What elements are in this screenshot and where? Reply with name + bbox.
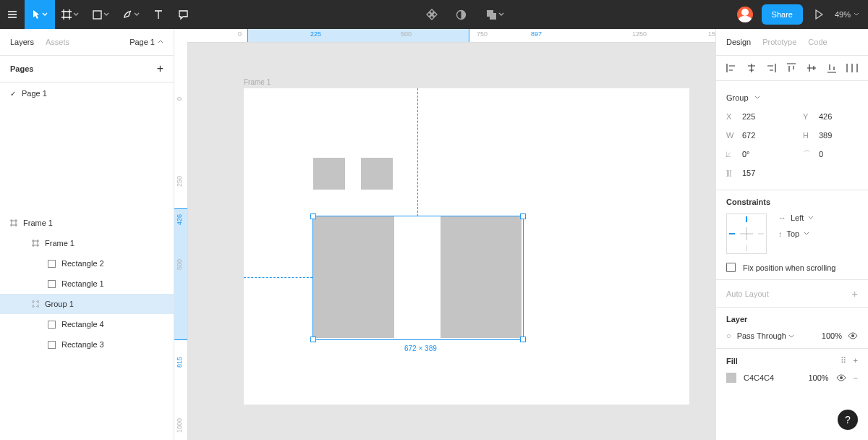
- ruler-tick: 815: [176, 357, 183, 368]
- add-fill-button[interactable]: +: [854, 356, 858, 365]
- rotation-input[interactable]: [741, 149, 784, 159]
- tab-assets[interactable]: Assets: [46, 38, 69, 46]
- x-input[interactable]: [741, 111, 784, 122]
- canvas-rectangle[interactable]: [313, 158, 345, 190]
- checkbox-icon: [726, 263, 736, 272]
- blend-mode-dropdown[interactable]: Pass Through: [737, 331, 794, 340]
- w-input[interactable]: [741, 130, 784, 140]
- tab-design[interactable]: Design: [726, 38, 751, 46]
- fill-style-icon[interactable]: ⠿: [841, 356, 846, 365]
- fix-position-checkbox[interactable]: Fix position when scrolling: [726, 263, 858, 272]
- distribute-icon[interactable]: [846, 63, 858, 73]
- mask-icon[interactable]: [454, 0, 468, 29]
- boolean-ops-button[interactable]: [482, 0, 507, 29]
- selection-box[interactable]: [312, 216, 524, 340]
- constraint-v-label: Top: [787, 229, 800, 238]
- rectangle-icon: [48, 341, 56, 349]
- layer-label: Rectangle 2: [61, 259, 104, 268]
- ruler-tick: 750: [477, 30, 488, 38]
- ruler-horizontal: 0 225 500 750 897 1250 1500: [187, 29, 715, 43]
- svg-point-9: [840, 376, 843, 379]
- selection-type[interactable]: Group: [726, 88, 858, 107]
- align-right-icon[interactable]: [766, 63, 776, 73]
- align-hcenter-icon[interactable]: [746, 63, 757, 73]
- auto-layout-section[interactable]: Auto Layout +: [716, 280, 868, 308]
- radius-input[interactable]: [817, 149, 861, 159]
- rectangle-icon: [48, 321, 56, 329]
- ruler-tick: 500: [401, 30, 412, 38]
- selection-dimensions: 672 × 389: [404, 344, 437, 352]
- user-avatar[interactable]: [737, 7, 753, 22]
- gap-input[interactable]: [741, 168, 784, 178]
- visibility-icon[interactable]: [836, 373, 846, 383]
- group-icon: [32, 300, 39, 308]
- layer-row-rect[interactable]: Rectangle 4: [0, 314, 174, 334]
- x-label: X: [726, 112, 735, 121]
- canvas-frame-label[interactable]: Frame 1: [244, 78, 271, 86]
- hamburger-menu-button[interactable]: [0, 0, 25, 29]
- fill-swatch[interactable]: [726, 373, 736, 383]
- svg-rect-3: [490, 13, 496, 20]
- tab-code[interactable]: Code: [808, 38, 827, 46]
- rectangle-icon: [48, 280, 56, 288]
- components-icon[interactable]: [425, 0, 439, 29]
- tab-layers[interactable]: Layers: [10, 38, 34, 46]
- move-tool-button[interactable]: [25, 0, 55, 29]
- constraint-h-label: Left: [791, 213, 804, 222]
- add-page-button[interactable]: +: [157, 62, 163, 75]
- pen-tool-button[interactable]: [116, 0, 146, 29]
- remove-fill-button[interactable]: −: [854, 373, 858, 382]
- visibility-icon[interactable]: [848, 331, 858, 341]
- canvas-rectangle[interactable]: [361, 158, 393, 190]
- shape-tool-button[interactable]: [85, 0, 116, 29]
- layer-row-rect[interactable]: Rectangle 1: [0, 274, 174, 294]
- ruler-tick: 897: [531, 30, 542, 38]
- frame-icon: [10, 219, 17, 227]
- canvas[interactable]: 0 225 500 750 897 1250 1500 0 250 426 50…: [174, 29, 715, 440]
- layer-row-frame[interactable]: Frame 1: [0, 213, 174, 233]
- resize-handle[interactable]: [310, 213, 316, 219]
- add-auto-layout-button[interactable]: +: [851, 287, 858, 300]
- resize-handle[interactable]: [520, 213, 526, 219]
- layer-label: Frame 1: [45, 239, 75, 248]
- fill-opacity-input[interactable]: 100%: [808, 373, 828, 382]
- layers-list: Frame 1 Frame 1 Rectangle 2 Rectangle 1: [0, 213, 174, 355]
- align-vcenter-icon[interactable]: [807, 63, 817, 73]
- layer-label: Frame 1: [23, 219, 53, 227]
- ruler-tick: 1250: [632, 30, 647, 38]
- layer-row-frame[interactable]: Frame 1: [0, 233, 174, 253]
- ruler-vertical: 0 250 426 500 815 1000: [174, 42, 188, 440]
- tab-prototype[interactable]: Prototype: [762, 38, 796, 46]
- ruler-corner: [174, 29, 188, 43]
- layer-label: Group 1: [45, 300, 74, 308]
- frame-tool-button[interactable]: [55, 0, 85, 29]
- align-bottom-icon[interactable]: [827, 63, 837, 73]
- page-row[interactable]: ✓ Page 1: [0, 82, 174, 104]
- comment-tool-button[interactable]: [171, 0, 195, 29]
- constraints-widget[interactable]: [726, 213, 767, 254]
- constraints-heading: Constraints: [726, 198, 858, 206]
- page-selector[interactable]: Page 1: [129, 38, 163, 46]
- help-button[interactable]: ?: [838, 410, 858, 430]
- resize-handle[interactable]: [520, 337, 526, 342]
- layer-row-group[interactable]: Group 1: [0, 294, 174, 314]
- svg-rect-0: [93, 11, 101, 19]
- y-input[interactable]: [817, 111, 861, 122]
- layer-row-rect[interactable]: Rectangle 2: [0, 253, 174, 274]
- zoom-dropdown[interactable]: 49%: [835, 10, 859, 19]
- zoom-value: 49%: [835, 10, 851, 19]
- ruler-tick: 1000: [176, 418, 183, 433]
- h-input[interactable]: [817, 130, 861, 140]
- layer-opacity-input[interactable]: 100%: [822, 331, 842, 340]
- constraint-v-dropdown[interactable]: ↕Top: [778, 229, 814, 238]
- align-top-icon[interactable]: [786, 63, 796, 73]
- align-left-icon[interactable]: [726, 63, 736, 73]
- present-button[interactable]: [812, 0, 826, 29]
- share-button[interactable]: Share: [762, 4, 803, 25]
- layer-row-rect[interactable]: Rectangle 3: [0, 334, 174, 355]
- text-tool-button[interactable]: [146, 0, 171, 29]
- resize-handle[interactable]: [310, 337, 316, 342]
- selection-type-label: Group: [726, 93, 749, 102]
- fill-hex-input[interactable]: C4C4C4: [744, 373, 774, 382]
- constraint-h-dropdown[interactable]: ↔Left: [778, 213, 814, 222]
